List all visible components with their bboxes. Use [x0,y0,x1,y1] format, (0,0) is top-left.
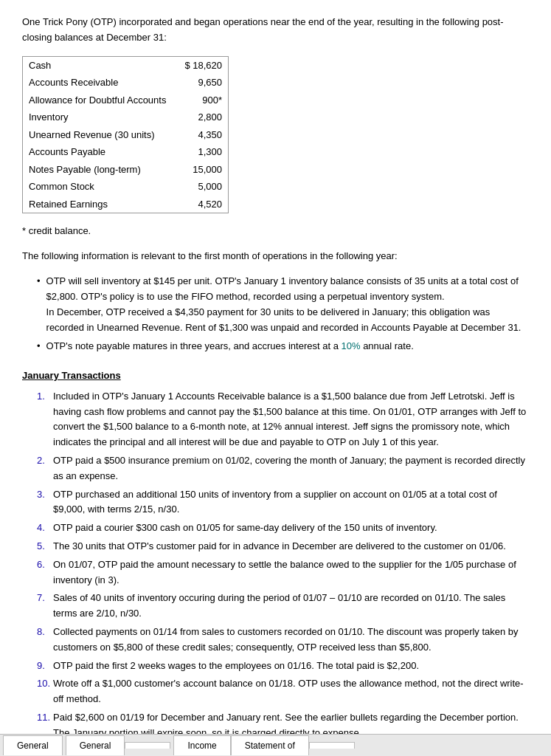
transaction-item: 7.Sales of 40 units of inventory occurin… [37,591,529,622]
transaction-item: 5.The 30 units that OTP's customer paid … [37,539,529,554]
balance-label: Common Stock [23,178,178,196]
transaction-item: 3.OTP purchased an additional 150 units … [37,487,529,518]
balance-label: Allowance for Doubtful Accounts [23,92,178,109]
bullet-symbol-1: • [37,274,41,335]
balance-sheet-table: Cash$ 18,620Accounts Receivable9,650Allo… [22,56,229,214]
balance-label: Retained Earnings [23,196,178,213]
transaction-item: 4.OTP paid a courier $300 cash on 01/05 … [37,520,529,536]
following-text: The following information is relevant to… [22,249,529,264]
balance-row: Retained Earnings4,520 [23,196,229,213]
balance-amount: 5,000 [177,178,228,196]
balance-row: Accounts Receivable9,650 [23,74,229,92]
balance-row: Allowance for Doubtful Accounts900* [23,92,229,109]
transaction-number: 6. [37,557,53,588]
balance-row: Notes Payable (long-term)15,000 [23,161,229,179]
bullet-item-1: • OTP will sell inventory at $145 per un… [37,274,529,335]
balance-amount: $ 18,620 [177,56,228,74]
balance-row: Cash$ 18,620 [23,56,229,74]
transaction-text: The 30 units that OTP's customer paid fo… [53,539,529,554]
transaction-text: OTP purchased an additional 150 units of… [53,487,529,518]
balance-amount: 4,520 [177,196,228,213]
transaction-text: Wrote off a $1,000 customer's account ba… [53,676,529,707]
transaction-number: 4. [37,520,53,536]
balance-amount: 9,650 [177,74,228,92]
transaction-text: Sales of 40 units of inventory occuring … [53,591,529,622]
transaction-item: 2.OTP paid a $500 insurance premium on 0… [37,453,529,484]
balance-label: Unearned Revenue (30 units) [23,126,178,144]
balance-label: Accounts Receivable [23,74,178,92]
transaction-text: On 01/07, OTP paid the amount necessary … [53,557,529,588]
credit-note: * credit balance. [22,224,529,238]
tab-general-2[interactable]: General [66,735,125,755]
transaction-number: 1. [37,389,53,450]
transaction-text: OTP paid the first 2 weeks wages to the … [53,659,529,674]
transaction-number: 8. [37,625,53,656]
transaction-number: 5. [37,539,53,554]
tab-empty-1[interactable] [125,742,170,749]
balance-label: Inventory [23,109,178,126]
transaction-number: 10. [37,676,53,707]
bullet-item-2: • OTP's note payable matures in three ye… [37,339,529,354]
transaction-text: Collected payments on 01/14 from sales t… [53,625,529,656]
transaction-item: 1.Included in OTP's January 1 Accounts R… [37,389,529,450]
balance-label: Cash [23,56,178,74]
bottom-tab-bar: General General Income Statement of [0,734,551,756]
balance-label: Notes Payable (long-term) [23,161,178,179]
transaction-item: 10.Wrote off a $1,000 customer's account… [37,676,529,707]
tab-general-1[interactable]: General [3,735,63,755]
bullet-text-2: OTP's note payable matures in three year… [46,339,529,354]
transaction-number: 3. [37,487,53,518]
transaction-item: 6.On 01/07, OTP paid the amount necessar… [37,557,529,588]
balance-amount: 15,000 [177,161,228,179]
intro-paragraph: One Trick Pony (OTP) incorporated and be… [22,15,529,46]
balance-amount: 900* [177,92,228,109]
tab-income[interactable]: Income [173,735,230,755]
balance-amount: 2,800 [177,109,228,126]
transaction-item: 9.OTP paid the first 2 weeks wages to th… [37,659,529,674]
bullet-symbol-2: • [37,339,41,354]
balance-amount: 4,350 [177,126,228,144]
bullet-points: • OTP will sell inventory at $145 per un… [37,274,529,354]
transaction-text: OTP paid a $500 insurance premium on 01/… [53,453,529,484]
transaction-number: 2. [37,453,53,484]
transactions-list: 1.Included in OTP's January 1 Accounts R… [37,389,529,756]
transaction-number: 9. [37,659,53,674]
bullet-text-1: OTP will sell inventory at $145 per unit… [46,274,529,335]
balance-row: Inventory2,800 [23,109,229,126]
transaction-text: OTP paid a courier $300 cash on 01/05 fo… [53,520,529,536]
tab-statement[interactable]: Statement of [231,735,309,755]
transaction-text: Included in OTP's January 1 Accounts Rec… [53,389,529,450]
balance-row: Unearned Revenue (30 units)4,350 [23,126,229,144]
transaction-item: 8.Collected payments on 01/14 from sales… [37,625,529,656]
january-transactions-title: January Transactions [22,368,529,383]
balance-row: Common Stock5,000 [23,178,229,196]
balance-row: Accounts Payable1,300 [23,143,229,161]
balance-label: Accounts Payable [23,143,178,161]
balance-amount: 1,300 [177,143,228,161]
tab-empty-2[interactable] [309,742,355,749]
transaction-number: 7. [37,591,53,622]
